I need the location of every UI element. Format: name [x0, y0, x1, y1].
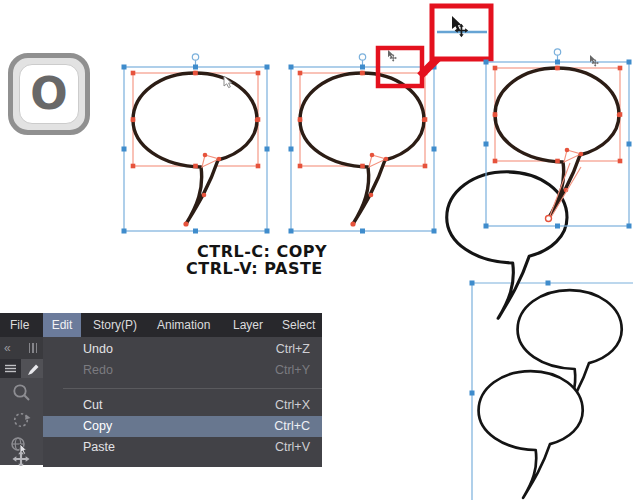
menu-icon[interactable]: [0, 359, 21, 378]
menu-story[interactable]: Story(P): [93, 313, 137, 337]
menu-select[interactable]: Select: [282, 313, 315, 337]
key-o-icon: O: [8, 53, 90, 135]
bubble-2-selected[interactable]: [289, 50, 437, 234]
edit-dropdown-menu: Undo Ctrl+Z Redo Ctrl+Y Cut Ctrl+X Copy …: [43, 337, 322, 467]
collapse-icon[interactable]: «: [4, 340, 11, 356]
menu-item-undo[interactable]: Undo Ctrl+Z: [43, 339, 322, 360]
menu-layer[interactable]: Layer: [233, 313, 263, 337]
caption-paste: CTRL-V: PASTE: [186, 259, 323, 278]
menu-item-paste[interactable]: Paste Ctrl+V: [43, 437, 322, 458]
tool-strip: «: [0, 337, 43, 465]
grip-icon[interactable]: [29, 343, 38, 353]
move-tool-icon[interactable]: [12, 444, 32, 464]
menu-separator: [63, 388, 322, 389]
pen-tool-icon[interactable]: [21, 359, 43, 378]
menu-bar: File Edit Story(P) Animation Layer Selec…: [0, 313, 322, 337]
bubble-1-selected[interactable]: [122, 54, 270, 234]
menu-item-redo[interactable]: Redo Ctrl+Y: [43, 360, 322, 381]
menu-edit[interactable]: Edit: [43, 313, 81, 337]
move-cursor-icon: [590, 55, 599, 67]
rotate-tool-icon[interactable]: [12, 410, 32, 430]
move-cursor-icon: [388, 50, 397, 62]
zoom-tool-icon[interactable]: [12, 383, 32, 403]
menu-item-cut[interactable]: Cut Ctrl+X: [43, 395, 322, 416]
menu-panel: File Edit Story(P) Animation Layer Selec…: [0, 313, 322, 467]
bubble-pasted-bottom[interactable]: [479, 371, 583, 498]
menu-item-copy[interactable]: Copy Ctrl+C: [43, 416, 322, 437]
menu-file[interactable]: File: [10, 313, 29, 337]
callout-zoom-box: [432, 6, 491, 59]
menu-animation[interactable]: Animation: [157, 313, 210, 337]
key-o-label: O: [30, 72, 67, 116]
tutorial-image: O CTRL-C: COPY CTRL-V: PASTE File Edit S…: [0, 0, 633, 500]
